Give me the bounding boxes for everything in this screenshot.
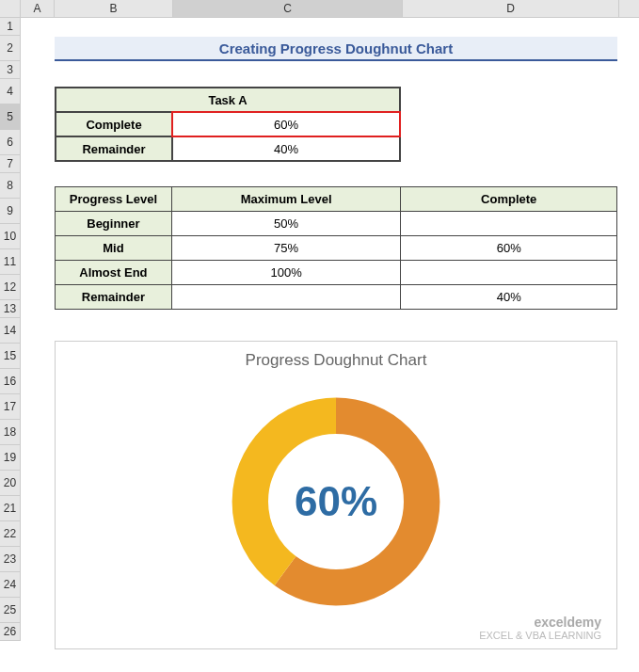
col-header-C[interactable]: C [173,0,403,17]
level-header-1[interactable]: Maximum Level [171,187,401,212]
chart-container[interactable]: Progress Doughnut Chart 60% exceldemy EX… [55,341,617,649]
row-header-21[interactable]: 21 [0,496,21,521]
task-table: Task A Complete 60% Remainder 40% [55,87,401,162]
row-headers: 1234567891011121314151617181920212223242… [0,18,21,641]
col-header-A[interactable]: A [21,0,55,17]
row-header-13[interactable]: 13 [0,300,21,318]
row-header-19[interactable]: 19 [0,445,21,471]
row-header-8[interactable]: 8 [0,173,21,199]
row-header-10[interactable]: 10 [0,224,21,249]
level-table: Progress Level Maximum Level Complete Be… [55,186,617,310]
level-header-0[interactable]: Progress Level [56,187,172,212]
row-header-11[interactable]: 11 [0,249,21,275]
row-header-26[interactable]: 26 [0,623,21,641]
table-row: Complete 60% [56,112,400,136]
row-header-25[interactable]: 25 [0,598,21,623]
donut-center-label: 60% [295,478,377,525]
row-header-24[interactable]: 24 [0,572,21,598]
row-header-18[interactable]: 18 [0,420,21,445]
row-header-6[interactable]: 6 [0,130,21,155]
level-label[interactable]: Almost End [56,261,172,285]
row-header-23[interactable]: 23 [0,547,21,572]
row-header-1[interactable]: 1 [0,18,21,36]
level-complete[interactable]: 60% [401,236,617,261]
task-complete-label[interactable]: Complete [56,112,172,136]
select-all-corner[interactable] [0,0,21,18]
table-row: Remainder 40% [56,285,617,310]
task-remainder-value[interactable]: 40% [172,136,400,161]
table-row: Remainder 40% [56,136,400,161]
table-row: Mid 75% 60% [56,236,617,261]
level-label[interactable]: Mid [56,236,172,261]
watermark: exceldemy EXCEL & VBA LEARNING [479,616,601,641]
level-complete[interactable] [401,261,617,285]
row-header-2[interactable]: 2 [0,36,21,61]
level-label[interactable]: Remainder [56,285,172,310]
col-header-B[interactable]: B [55,0,173,17]
row-header-3[interactable]: 3 [0,61,21,79]
task-remainder-label[interactable]: Remainder [56,136,172,161]
watermark-brand: exceldemy [479,616,601,630]
task-complete-value[interactable]: 60% [172,112,400,136]
level-max[interactable]: 100% [171,261,401,285]
table-header-row: Progress Level Maximum Level Complete [56,187,617,212]
chart-title: Progress Doughnut Chart [56,351,616,370]
row-header-14[interactable]: 14 [0,318,21,344]
col-header-D[interactable]: D [403,0,619,17]
level-complete[interactable] [401,212,617,236]
row-header-20[interactable]: 20 [0,471,21,496]
row-header-16[interactable]: 16 [0,369,21,394]
level-complete[interactable]: 40% [401,285,617,310]
level-max[interactable] [171,285,401,310]
level-label[interactable]: Beginner [56,212,172,236]
table-row: Almost End 100% [56,261,617,285]
row-header-17[interactable]: 17 [0,394,21,420]
column-headers: A B C D [0,0,639,18]
donut-chart: 60% [223,389,449,615]
row-header-4[interactable]: 4 [0,79,21,104]
row-header-15[interactable]: 15 [0,344,21,369]
row-header-12[interactable]: 12 [0,275,21,300]
level-max[interactable]: 75% [171,236,401,261]
row-header-5[interactable]: 5 [0,104,21,130]
task-header: Task A [56,88,400,112]
watermark-tagline: EXCEL & VBA LEARNING [479,630,601,641]
row-header-22[interactable]: 22 [0,521,21,547]
row-header-7[interactable]: 7 [0,155,21,173]
level-max[interactable]: 50% [171,212,401,236]
table-row: Beginner 50% [56,212,617,236]
row-header-9[interactable]: 9 [0,199,21,224]
level-header-2[interactable]: Complete [401,187,617,212]
page-title: Creating Progress Doughnut Chart [55,37,617,61]
